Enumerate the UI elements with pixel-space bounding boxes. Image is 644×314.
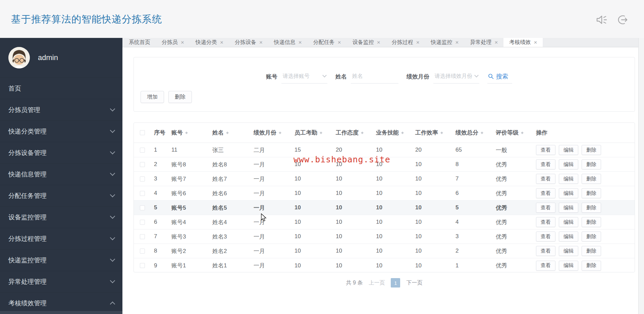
edit-button[interactable]: 编辑 [559, 261, 578, 271]
add-button[interactable]: 增加 [141, 91, 164, 103]
table-row[interactable]: 7账号3姓名3一月101010103优秀查看编辑删除 [134, 229, 635, 244]
view-button[interactable]: 查看 [536, 261, 555, 271]
column-header[interactable]: 绩效总分 [452, 129, 492, 137]
row-checkbox[interactable] [140, 148, 145, 153]
column-header[interactable]: 绩效月份 [250, 129, 291, 137]
view-button[interactable]: 查看 [536, 203, 555, 213]
close-icon[interactable]: × [455, 40, 459, 45]
view-button[interactable]: 查看 [536, 145, 555, 155]
close-icon[interactable]: × [299, 40, 302, 45]
table-row[interactable]: 5账号5姓名5一月101010105优秀查看编辑删除 [134, 201, 635, 215]
tab-9[interactable]: 异常处理× [465, 38, 504, 47]
delete-row-button[interactable]: 删除 [582, 188, 601, 198]
sort-icon[interactable] [185, 130, 188, 136]
sidebar-item-4[interactable]: 快递信息管理 [0, 164, 122, 185]
tab-1[interactable]: 分拣员× [156, 38, 190, 47]
view-button[interactable]: 查看 [536, 174, 555, 184]
sidebar-item-7[interactable]: 分拣过程管理 [0, 228, 122, 250]
edit-button[interactable]: 编辑 [559, 174, 578, 184]
edit-button[interactable]: 编辑 [559, 217, 578, 227]
close-icon[interactable]: × [416, 40, 420, 45]
close-icon[interactable]: × [220, 40, 223, 45]
row-checkbox[interactable] [140, 191, 145, 196]
row-checkbox[interactable] [140, 176, 145, 181]
speaker-icon[interactable] [596, 14, 608, 25]
sort-icon[interactable] [440, 130, 443, 136]
select-all-checkbox[interactable] [140, 130, 145, 135]
sort-icon[interactable] [226, 130, 229, 136]
delete-row-button[interactable]: 删除 [582, 217, 601, 227]
sidebar-item-5[interactable]: 分配任务管理 [0, 185, 122, 207]
close-icon[interactable]: × [338, 40, 341, 45]
sidebar-item-6[interactable]: 设备监控管理 [0, 207, 122, 228]
table-row[interactable]: 111张三二月1520102065一般查看编辑删除 [134, 143, 635, 157]
delete-row-button[interactable]: 删除 [582, 145, 601, 155]
column-header[interactable]: 工作态度 [332, 129, 373, 137]
tab-6[interactable]: 设备监控× [347, 38, 386, 47]
sidebar-item-0[interactable]: 首页 [0, 78, 122, 99]
tab-2[interactable]: 快递分类× [190, 38, 229, 47]
tab-7[interactable]: 分拣过程× [386, 38, 425, 47]
tab-3[interactable]: 分拣设备× [229, 38, 268, 47]
view-button[interactable]: 查看 [536, 217, 555, 227]
close-icon[interactable]: × [181, 40, 184, 45]
edit-button[interactable]: 编辑 [559, 246, 578, 256]
view-button[interactable]: 查看 [536, 159, 555, 169]
delete-row-button[interactable]: 删除 [582, 246, 601, 256]
sidebar-item-1[interactable]: 分拣员管理 [0, 99, 122, 121]
close-icon[interactable]: × [495, 40, 498, 45]
tab-0[interactable]: 系统首页 [123, 38, 156, 47]
row-checkbox[interactable] [140, 162, 145, 167]
sidebar-item-2[interactable]: 快递分类管理 [0, 121, 122, 142]
sidebar-item-8[interactable]: 快递监控管理 [0, 250, 122, 271]
view-button[interactable]: 查看 [536, 246, 555, 256]
edit-button[interactable]: 编辑 [559, 188, 578, 198]
current-page-button[interactable]: 1 [391, 278, 400, 287]
close-icon[interactable]: × [259, 40, 263, 45]
column-header[interactable]: 账号 [168, 129, 209, 137]
delete-row-button[interactable]: 删除 [582, 159, 601, 169]
row-checkbox[interactable] [140, 220, 145, 225]
row-checkbox[interactable] [140, 263, 145, 268]
scrollbar[interactable] [638, 38, 644, 314]
sort-icon[interactable] [319, 130, 323, 136]
edit-button[interactable]: 编辑 [559, 231, 578, 242]
edit-button[interactable]: 编辑 [559, 203, 578, 213]
edit-button[interactable]: 编辑 [559, 145, 578, 155]
sort-icon[interactable] [361, 130, 364, 136]
name-input[interactable]: 姓名 [351, 69, 398, 84]
row-checkbox[interactable] [140, 205, 145, 210]
table-row[interactable]: 6账号4姓名4一月101010104优秀查看编辑删除 [134, 215, 635, 229]
table-row[interactable]: 4账号6姓名6一月101010106优秀查看编辑删除 [134, 186, 635, 201]
column-header[interactable]: 员工考勤 [291, 129, 332, 137]
close-icon[interactable]: × [534, 40, 537, 45]
tab-5[interactable]: 分配任务× [308, 38, 347, 47]
tab-4[interactable]: 快递信息× [268, 38, 308, 47]
table-row[interactable]: 3账号7姓名7一月101010107优秀查看编辑删除 [134, 172, 635, 186]
prev-page-button[interactable]: 上一页 [369, 279, 385, 286]
delete-row-button[interactable]: 删除 [582, 261, 601, 271]
edit-button[interactable]: 编辑 [559, 159, 578, 169]
next-page-button[interactable]: 下一页 [406, 279, 422, 286]
sort-icon[interactable] [480, 130, 484, 136]
logout-icon[interactable] [616, 14, 629, 25]
account-select[interactable]: 请选择账号 [281, 69, 327, 84]
column-header[interactable]: 评价等级 [492, 129, 533, 137]
delete-row-button[interactable]: 删除 [582, 174, 601, 184]
sort-icon[interactable] [401, 130, 404, 136]
table-row[interactable]: 9账号1姓名1一月101010101优秀查看编辑删除 [134, 258, 635, 272]
table-row[interactable]: 2账号8姓名8一月101010108优秀查看编辑删除 [134, 157, 635, 172]
column-header[interactable]: 工作效率 [412, 129, 452, 137]
view-button[interactable]: 查看 [536, 231, 555, 242]
row-checkbox[interactable] [140, 234, 145, 239]
table-row[interactable]: 8账号2姓名2一月101010102优秀查看编辑删除 [134, 244, 635, 258]
sort-icon[interactable] [521, 130, 524, 136]
close-icon[interactable]: × [377, 40, 380, 45]
sort-icon[interactable] [278, 130, 282, 136]
delete-button[interactable]: 删除 [168, 91, 192, 103]
tab-8[interactable]: 快递监控× [425, 38, 465, 47]
delete-row-button[interactable]: 删除 [582, 231, 601, 242]
column-header[interactable]: 姓名 [209, 129, 250, 137]
search-button[interactable]: 搜索 [487, 69, 512, 84]
row-checkbox[interactable] [140, 249, 145, 254]
